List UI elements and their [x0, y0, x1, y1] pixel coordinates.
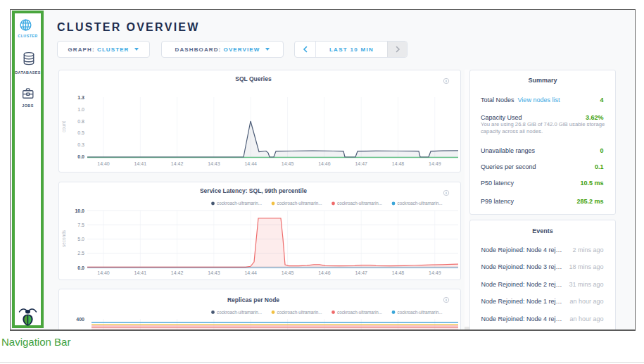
- svg-text:cockroach-ultramarin...: cockroach-ultramarin...: [217, 310, 262, 315]
- svg-text:cockroach-ultramarin...: cockroach-ultramarin...: [217, 201, 262, 206]
- svg-text:0.0: 0.0: [77, 154, 84, 159]
- svg-text:14:41: 14:41: [134, 270, 147, 275]
- svg-text:0.8: 0.8: [77, 119, 84, 124]
- svg-text:0.0: 0.0: [77, 265, 84, 270]
- svg-text:5.0: 5.0: [77, 237, 84, 241]
- svg-text:cockroach-ultramarin...: cockroach-ultramarin...: [277, 201, 322, 206]
- svg-text:14:47: 14:47: [355, 161, 367, 166]
- svg-text:14:43: 14:43: [208, 270, 220, 275]
- svg-text:14:40: 14:40: [97, 161, 110, 166]
- svg-text:14:42: 14:42: [171, 270, 184, 275]
- svg-text:14:44: 14:44: [244, 161, 257, 166]
- svg-text:14:45: 14:45: [282, 270, 294, 275]
- svg-text:1.0: 1.0: [77, 107, 84, 112]
- svg-text:cockroach-ultramarin...: cockroach-ultramarin...: [398, 310, 443, 315]
- svg-text:10.0: 10.0: [75, 208, 84, 213]
- svg-text:cockroach-ultramarin...: cockroach-ultramarin...: [398, 201, 443, 206]
- svg-text:2.5: 2.5: [77, 251, 84, 256]
- svg-text:cockroach-ultramarin...: cockroach-ultramarin...: [337, 310, 382, 315]
- svg-text:cockroach-ultramarin...: cockroach-ultramarin...: [337, 201, 382, 206]
- svg-text:14:47: 14:47: [355, 270, 367, 275]
- svg-text:14:42: 14:42: [171, 161, 184, 166]
- svg-text:14:41: 14:41: [134, 161, 147, 166]
- svg-text:400: 400: [76, 317, 84, 322]
- svg-text:14:48: 14:48: [392, 161, 405, 166]
- svg-text:7.5: 7.5: [77, 222, 84, 227]
- svg-text:14:46: 14:46: [318, 270, 331, 275]
- svg-text:14:40: 14:40: [97, 270, 110, 275]
- svg-text:count: count: [61, 121, 66, 132]
- svg-text:14:45: 14:45: [282, 161, 294, 166]
- svg-text:cockroach-ultramarin...: cockroach-ultramarin...: [277, 310, 322, 315]
- svg-text:0.3: 0.3: [77, 142, 84, 147]
- svg-text:14:44: 14:44: [244, 270, 257, 275]
- svg-text:14:49: 14:49: [429, 161, 441, 166]
- svg-text:14:46: 14:46: [318, 161, 331, 166]
- svg-text:14:48: 14:48: [392, 270, 405, 275]
- svg-text:1.3: 1.3: [77, 95, 84, 100]
- svg-text:14:43: 14:43: [208, 161, 220, 166]
- svg-text:14:49: 14:49: [429, 270, 441, 275]
- svg-text:seconds: seconds: [61, 230, 66, 247]
- svg-text:0.5: 0.5: [77, 130, 84, 135]
